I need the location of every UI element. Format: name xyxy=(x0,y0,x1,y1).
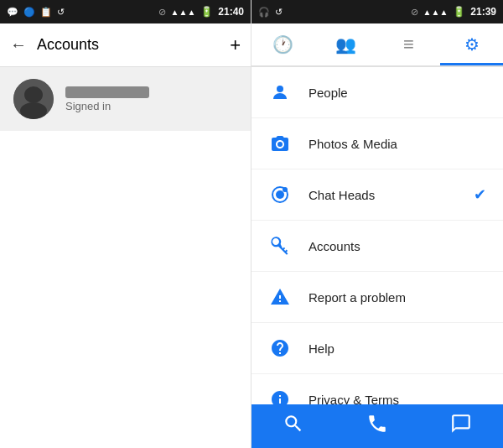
call-icon xyxy=(366,413,388,440)
status-icons-left: 💬 🔵 📋 ↺ xyxy=(7,7,65,18)
tab-settings[interactable]: ⚙ xyxy=(440,23,503,65)
warning-icon xyxy=(268,285,292,309)
tab-recent-icon: 🕐 xyxy=(272,34,293,55)
battery-left-icon: 🔋 xyxy=(200,6,213,18)
account-info: Signed in xyxy=(65,86,149,112)
help-icon xyxy=(268,336,292,360)
svg-point-2 xyxy=(20,102,47,119)
wifi-left-icon: ▲▲▲ xyxy=(171,8,196,17)
svg-point-6 xyxy=(276,190,284,199)
headphones-icon: 🎧 xyxy=(258,7,270,18)
time-left: 21:40 xyxy=(218,6,244,18)
svg-point-1 xyxy=(24,86,43,103)
chat-icon: 🔵 xyxy=(23,7,35,18)
messenger-icon: 💬 xyxy=(7,7,18,18)
tab-settings-icon: ⚙ xyxy=(464,34,480,55)
photos-media-label: Photos & Media xyxy=(309,137,486,151)
avatar-image xyxy=(13,79,54,119)
right-panel: 🎧 ↺ ⊘ ▲▲▲ 🔋 21:39 🕐 👥 ≡ ⚙ xyxy=(252,0,503,448)
toolbar-left-group: ← Accounts xyxy=(10,35,99,55)
info-icon xyxy=(268,388,292,404)
tab-people-icon: 👥 xyxy=(335,34,356,55)
people-icon xyxy=(268,81,292,104)
rotate-right-icon: ↺ xyxy=(275,7,283,18)
accounts-menu-label: Accounts xyxy=(309,239,486,253)
chatheads-icon xyxy=(268,183,292,206)
chat-heads-label: Chat Heads xyxy=(309,188,457,202)
accounts-title: Accounts xyxy=(37,36,99,54)
back-button[interactable]: ← xyxy=(10,35,27,55)
privacy-terms-label: Privacy & Terms xyxy=(309,393,486,405)
settings-menu-list: People Photos & Media Chat Heads xyxy=(252,67,503,404)
help-label: Help xyxy=(309,341,486,356)
tab-list[interactable]: ≡ xyxy=(377,23,440,65)
signed-in-label: Signed in xyxy=(65,100,149,112)
report-problem-label: Report a problem xyxy=(309,290,486,305)
menu-item-chat-heads[interactable]: Chat Heads ✔ xyxy=(252,169,503,221)
key-icon xyxy=(268,234,292,258)
bottom-nav-search[interactable] xyxy=(252,404,335,448)
battery-right-icon: 🔋 xyxy=(453,6,465,18)
screenshot-icon: 📋 xyxy=(40,7,52,18)
search-icon xyxy=(283,413,304,440)
signal-no-icon: ⊘ xyxy=(158,7,166,18)
bottom-nav-messages[interactable] xyxy=(419,404,503,448)
menu-item-report-problem[interactable]: Report a problem xyxy=(252,272,503,323)
menu-item-photos-media[interactable]: Photos & Media xyxy=(252,118,503,169)
people-label: People xyxy=(309,86,486,100)
menu-item-help[interactable]: Help xyxy=(252,323,503,374)
camera-icon xyxy=(268,132,292,155)
status-bar-right: 🎧 ↺ ⊘ ▲▲▲ 🔋 21:39 xyxy=(252,0,503,23)
wifi-right-icon: ▲▲▲ xyxy=(423,8,449,17)
toolbar-left: ← Accounts + xyxy=(0,23,251,67)
svg-point-7 xyxy=(283,187,288,192)
account-item[interactable]: Signed in xyxy=(0,67,251,131)
messages-icon xyxy=(450,413,472,440)
tab-bar: 🕐 👥 ≡ ⚙ xyxy=(252,23,503,67)
bottom-nav-bar xyxy=(252,404,503,448)
tab-people[interactable]: 👥 xyxy=(314,23,377,65)
status-bar-left: 💬 🔵 📋 ↺ ⊘ ▲▲▲ 🔋 21:40 xyxy=(0,0,251,23)
status-icons-right: 🎧 ↺ xyxy=(258,7,283,18)
signal-no-right-icon: ⊘ xyxy=(411,7,418,18)
account-name xyxy=(65,86,149,98)
rotate-icon: ↺ xyxy=(57,7,65,18)
svg-point-3 xyxy=(277,86,283,92)
menu-item-privacy-terms[interactable]: Privacy & Terms xyxy=(252,374,503,404)
menu-item-people[interactable]: People xyxy=(252,67,503,118)
chat-heads-check-icon: ✔ xyxy=(474,185,486,204)
add-account-button[interactable]: + xyxy=(230,34,241,56)
bottom-nav-call[interactable] xyxy=(335,404,419,448)
tab-recent[interactable]: 🕐 xyxy=(252,23,314,65)
avatar xyxy=(13,79,54,119)
menu-item-accounts[interactable]: Accounts xyxy=(252,221,503,272)
svg-point-4 xyxy=(277,142,283,147)
left-panel: 💬 🔵 📋 ↺ ⊘ ▲▲▲ 🔋 21:40 ← Accounts + xyxy=(0,0,252,448)
tab-list-icon: ≡ xyxy=(403,34,414,55)
time-right: 21:39 xyxy=(470,6,496,18)
